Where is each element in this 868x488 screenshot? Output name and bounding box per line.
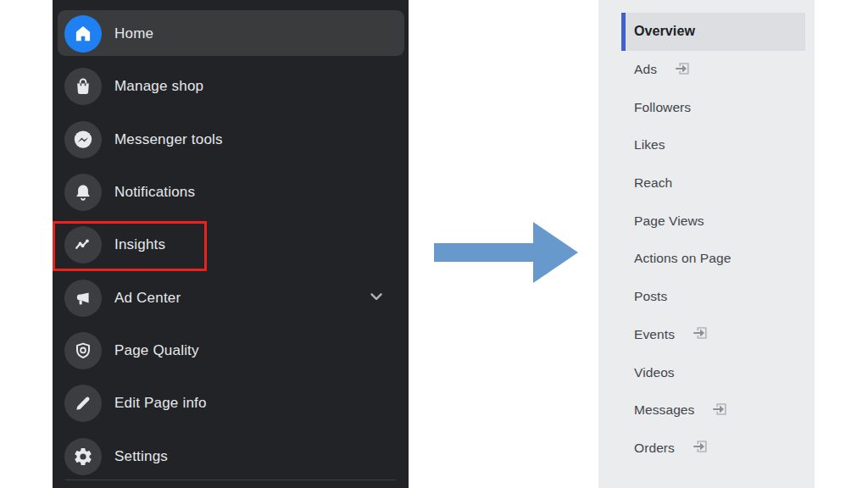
insights-tab-reach[interactable]: Reach xyxy=(598,164,815,202)
insights-chart-icon xyxy=(64,226,102,263)
external-link-icon xyxy=(674,59,692,80)
menu-divider xyxy=(65,480,396,480)
insights-tab-label: Overview xyxy=(634,24,695,39)
insights-tab-videos[interactable]: Videos xyxy=(598,353,815,391)
menu-item-messenger-tools[interactable]: Messenger tools xyxy=(58,114,404,166)
insights-tab-label: Events xyxy=(634,327,675,342)
menu-item-label: Manage shop xyxy=(114,78,203,95)
menu-item-ad-center[interactable]: Ad Center xyxy=(58,271,404,324)
menu-item-edit-page-info[interactable]: Edit Page info xyxy=(58,377,404,430)
shop-bag-icon xyxy=(64,68,102,105)
insights-tab-label: Likes xyxy=(634,137,665,152)
insights-tab-ads[interactable]: Ads xyxy=(598,51,815,89)
insights-tab-overview[interactable]: Overview xyxy=(598,13,815,51)
menu-item-label: Page Quality xyxy=(114,342,199,359)
annotation-arrow-right-icon xyxy=(432,219,581,286)
megaphone-icon xyxy=(64,280,102,317)
insights-tab-messages[interactable]: Messages xyxy=(598,391,815,430)
insights-tab-label: Followers xyxy=(634,100,691,115)
external-link-icon xyxy=(711,400,729,421)
insights-tab-label: Messages xyxy=(634,402,694,418)
insights-tab-actions-on-page[interactable]: Actions on Page xyxy=(598,240,815,278)
menu-item-label: Home xyxy=(114,25,153,42)
insights-tab-label: Videos xyxy=(634,365,675,380)
menu-item-label: Messenger tools xyxy=(114,131,223,148)
insights-tab-orders[interactable]: Orders xyxy=(598,430,815,468)
insights-tab-label: Ads xyxy=(634,62,657,77)
menu-item-insights[interactable]: Insights xyxy=(58,219,404,271)
insights-tab-page-views[interactable]: Page Views xyxy=(598,202,815,240)
insights-tab-events[interactable]: Events xyxy=(598,316,815,354)
chevron-down-icon[interactable] xyxy=(369,289,384,308)
pencil-icon xyxy=(64,385,102,422)
insights-tab-label: Posts xyxy=(634,289,667,304)
messenger-icon xyxy=(64,121,102,158)
insights-tab-posts[interactable]: Posts xyxy=(598,278,815,316)
home-icon xyxy=(64,15,102,53)
insights-tab-label: Page Views xyxy=(634,214,704,229)
menu-item-settings[interactable]: Settings xyxy=(58,430,404,482)
menu-item-page-quality[interactable]: Page Quality xyxy=(58,324,404,377)
menu-item-notifications[interactable]: Notifications xyxy=(58,166,404,219)
menu-item-label: Insights xyxy=(114,236,165,253)
menu-item-home[interactable]: Home xyxy=(58,8,404,60)
shield-icon xyxy=(64,332,102,369)
external-link-icon xyxy=(692,437,709,458)
menu-item-label: Edit Page info xyxy=(114,395,207,412)
menu-list: Home Manage shop xyxy=(53,8,409,483)
screenshot-canvas: Home Manage shop xyxy=(0,0,868,488)
insights-tab-label: Orders xyxy=(634,441,675,456)
insights-tab-followers[interactable]: Followers xyxy=(598,88,815,126)
gear-icon xyxy=(64,438,102,475)
menu-item-label: Ad Center xyxy=(114,290,181,307)
menu-item-label: Notifications xyxy=(114,184,195,201)
insights-tab-label: Actions on Page xyxy=(634,251,731,266)
menu-item-manage-shop[interactable]: Manage shop xyxy=(58,60,404,113)
page-sidebar-menu: Home Manage shop xyxy=(53,0,409,488)
insights-subnav-panel: Overview Ads Followers Likes Reach Page … xyxy=(598,0,815,488)
insights-tab-likes[interactable]: Likes xyxy=(598,126,815,164)
menu-item-label: Settings xyxy=(114,448,168,465)
insights-tab-label: Reach xyxy=(634,175,672,191)
bell-icon xyxy=(64,174,102,211)
external-link-icon xyxy=(692,324,709,345)
